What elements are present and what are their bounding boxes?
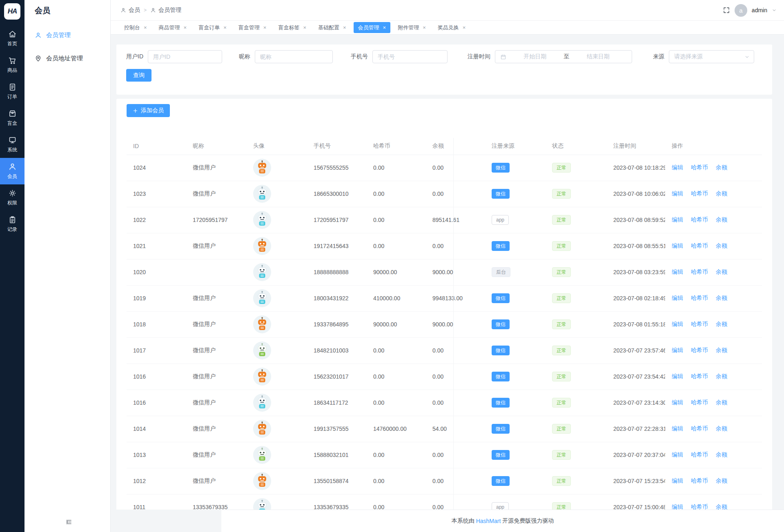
add-member-button[interactable]: 添加会员 bbox=[127, 104, 170, 117]
robot-avatar-image bbox=[253, 394, 271, 412]
tab-item[interactable]: 奖品兑换× bbox=[433, 22, 470, 33]
action-edit-link[interactable]: 编辑 bbox=[672, 295, 683, 301]
action-hashcoin-link[interactable]: 哈希币 bbox=[691, 268, 708, 275]
tab-item[interactable]: 会员管理× bbox=[354, 22, 391, 33]
cell-avatar bbox=[247, 207, 307, 233]
tab-close-icon[interactable]: × bbox=[184, 25, 187, 30]
phone-input[interactable] bbox=[372, 50, 448, 63]
source-select[interactable]: 请选择来源 bbox=[669, 50, 754, 63]
action-hashcoin-link[interactable]: 哈希币 bbox=[691, 242, 708, 249]
tab-item[interactable]: 商品管理× bbox=[154, 22, 192, 33]
cell-nickname: 微信用户 bbox=[186, 233, 247, 259]
tab-item[interactable]: 盲盒标签× bbox=[274, 22, 311, 33]
tab-close-icon[interactable]: × bbox=[303, 25, 306, 30]
action-balance-link[interactable]: 余额 bbox=[716, 399, 727, 406]
action-hashcoin-link[interactable]: 哈希币 bbox=[691, 190, 708, 197]
table-row: 1017微信用户 184821010030.000.00微信正常2023-07-… bbox=[127, 337, 762, 364]
tab-close-icon[interactable]: × bbox=[144, 25, 147, 30]
cell-reg-time: 2023-07-08 08:59:52 bbox=[607, 207, 665, 233]
nickname-input[interactable] bbox=[255, 50, 333, 63]
action-edit-link[interactable]: 编辑 bbox=[672, 242, 683, 249]
action-balance-link[interactable]: 余额 bbox=[716, 190, 727, 197]
action-balance-link[interactable]: 余额 bbox=[716, 373, 727, 379]
action-hashcoin-link[interactable]: 哈希币 bbox=[691, 373, 708, 379]
end-date-placeholder[interactable]: 结束日期 bbox=[570, 53, 627, 60]
action-balance-link[interactable]: 余额 bbox=[716, 425, 727, 432]
cell-id: 1021 bbox=[127, 233, 186, 259]
footer-hashmart-link[interactable]: HashMart bbox=[476, 518, 501, 524]
cell-actions: 编辑哈希币余额 bbox=[665, 311, 762, 337]
action-edit-link[interactable]: 编辑 bbox=[672, 425, 683, 432]
action-balance-link[interactable]: 余额 bbox=[716, 295, 727, 301]
action-edit-link[interactable]: 编辑 bbox=[672, 477, 683, 484]
sidebar-rail-item-member[interactable]: 会员 bbox=[0, 158, 24, 184]
action-hashcoin-link[interactable]: 哈希币 bbox=[691, 164, 708, 171]
action-hashcoin-link[interactable]: 哈希币 bbox=[691, 321, 708, 327]
action-edit-link[interactable]: 编辑 bbox=[672, 373, 683, 379]
tab-close-icon[interactable]: × bbox=[223, 25, 227, 30]
cell-nickname: 微信用户 bbox=[186, 390, 247, 416]
sidebar-rail-item-box[interactable]: 盲盒 bbox=[0, 105, 24, 131]
action-edit-link[interactable]: 编辑 bbox=[672, 503, 683, 510]
action-edit-link[interactable]: 编辑 bbox=[672, 347, 683, 353]
tab-item[interactable]: 基础配置× bbox=[314, 22, 351, 33]
chevron-down-icon[interactable] bbox=[772, 8, 777, 13]
sidebar-rail-item-goods[interactable]: 商品 bbox=[0, 52, 24, 78]
user-id-input[interactable] bbox=[148, 50, 222, 63]
tab-close-icon[interactable]: × bbox=[423, 25, 426, 30]
tab-item[interactable]: 控制台× bbox=[120, 22, 151, 33]
action-edit-link[interactable]: 编辑 bbox=[672, 451, 683, 458]
action-balance-link[interactable]: 余额 bbox=[716, 164, 727, 171]
tab-item[interactable]: 盲盒订单× bbox=[194, 22, 231, 33]
action-balance-link[interactable]: 余额 bbox=[716, 347, 727, 353]
action-balance-link[interactable]: 余额 bbox=[716, 451, 727, 458]
action-hashcoin-link[interactable]: 哈希币 bbox=[691, 425, 708, 432]
action-edit-link[interactable]: 编辑 bbox=[672, 164, 683, 171]
action-balance-link[interactable]: 余额 bbox=[716, 242, 727, 249]
tab-close-icon[interactable]: × bbox=[383, 25, 386, 30]
sidebar-rail-item-system[interactable]: 系统 bbox=[0, 131, 24, 158]
cell-id: 1022 bbox=[127, 207, 186, 233]
date-range-picker[interactable]: 开始日期 至 结束日期 bbox=[495, 50, 632, 63]
sidebar-rail-item-order[interactable]: 订单 bbox=[0, 78, 24, 105]
robot-avatar-image bbox=[253, 472, 271, 490]
sidebar-rail-item-home[interactable]: 首页 bbox=[0, 25, 24, 52]
action-edit-link[interactable]: 编辑 bbox=[672, 268, 683, 275]
sidebar-rail-item-auth[interactable]: 权限 bbox=[0, 184, 24, 211]
sidebar-rail-item-record[interactable]: 记录 bbox=[0, 211, 24, 237]
action-edit-link[interactable]: 编辑 bbox=[672, 216, 683, 223]
breadcrumb-item[interactable]: 会员管理 bbox=[150, 7, 181, 14]
sidebar-item-member-manage[interactable]: 会员管理 bbox=[24, 24, 110, 47]
action-hashcoin-link[interactable]: 哈希币 bbox=[691, 477, 708, 484]
action-hashcoin-link[interactable]: 哈希币 bbox=[691, 216, 708, 223]
tab-close-icon[interactable]: × bbox=[263, 25, 267, 30]
cell-source: 微信 bbox=[485, 468, 546, 494]
breadcrumb-item[interactable]: 会员 bbox=[120, 7, 140, 14]
action-balance-link[interactable]: 余额 bbox=[716, 216, 727, 223]
search-button[interactable]: 查询 bbox=[126, 69, 151, 82]
fullscreen-icon[interactable] bbox=[723, 7, 730, 14]
member-table: ID昵称头像手机号哈希币余额注册来源状态注册时间操作 1024微信用户 1567… bbox=[127, 137, 762, 510]
action-balance-link[interactable]: 余额 bbox=[716, 268, 727, 275]
action-edit-link[interactable]: 编辑 bbox=[672, 321, 683, 327]
action-edit-link[interactable]: 编辑 bbox=[672, 190, 683, 197]
tab-item[interactable]: 附件管理× bbox=[393, 22, 430, 33]
sidebar-collapse-icon[interactable] bbox=[65, 519, 72, 525]
user-name[interactable]: admin bbox=[752, 7, 767, 13]
action-hashcoin-link[interactable]: 哈希币 bbox=[691, 347, 708, 353]
start-date-placeholder[interactable]: 开始日期 bbox=[506, 53, 564, 60]
action-hashcoin-link[interactable]: 哈希币 bbox=[691, 451, 708, 458]
action-balance-link[interactable]: 余额 bbox=[716, 321, 727, 327]
tab-close-icon[interactable]: × bbox=[343, 25, 346, 30]
action-hashcoin-link[interactable]: 哈希币 bbox=[691, 399, 708, 406]
action-hashcoin-link[interactable]: 哈希币 bbox=[691, 295, 708, 301]
sidebar-item-member-address[interactable]: 会员地址管理 bbox=[24, 47, 110, 70]
action-hashcoin-link[interactable]: 哈希币 bbox=[691, 503, 708, 510]
tab-item[interactable]: 盲盒管理× bbox=[234, 22, 271, 33]
action-balance-link[interactable]: 余额 bbox=[716, 477, 727, 484]
cell-id: 1013 bbox=[127, 442, 186, 468]
action-balance-link[interactable]: 余额 bbox=[716, 503, 727, 510]
avatar[interactable]: a bbox=[735, 4, 747, 17]
tab-close-icon[interactable]: × bbox=[463, 25, 466, 30]
action-edit-link[interactable]: 编辑 bbox=[672, 399, 683, 406]
